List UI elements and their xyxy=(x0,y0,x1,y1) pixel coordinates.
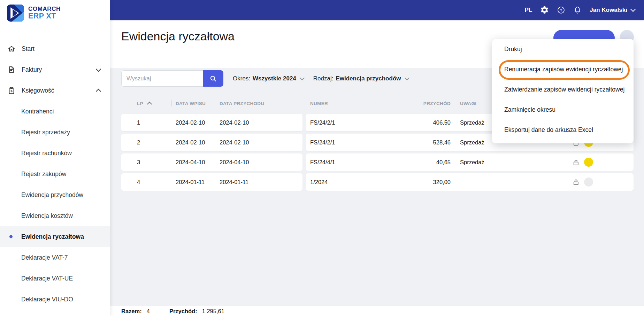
sidebar-item-ewidencja-ryczaltowa[interactable]: Ewidencja ryczałtowa xyxy=(0,226,110,247)
sidebar-item-kontrahenci[interactable]: Kontrahenci xyxy=(0,101,110,122)
sidebar-item-ewidencja-przychodow[interactable]: Ewidencja przychodów xyxy=(0,184,110,205)
sidebar-item-label: Faktury xyxy=(22,66,42,73)
menu-item-renumeracja[interactable]: Renumeracja zapisów ewidencji ryczałtowe… xyxy=(492,59,634,79)
sidebar-item-deklaracje-vatue[interactable]: Deklaracje VAT-UE xyxy=(0,268,110,289)
sidebar-item-label: Ewidencja ryczałtowa xyxy=(21,233,84,240)
sidebar-item-faktury[interactable]: Faktury xyxy=(0,59,110,80)
total-count-label: Razem: xyxy=(121,308,142,315)
cell-data-wpisu: 2024-04-10 xyxy=(171,159,215,166)
sidebar-item-label: Deklaracje VIU-DO xyxy=(21,296,73,303)
total-income-value: 1 295,61 xyxy=(202,308,224,315)
brand-line1: COMARCH xyxy=(28,6,61,13)
cell-data-wpisu: 2024-02-10 xyxy=(171,139,215,146)
sidebar-item-label: Deklaracje VAT-7 xyxy=(21,254,68,261)
search-button[interactable] xyxy=(203,70,223,87)
home-icon xyxy=(7,45,17,53)
cell-lp: 4 xyxy=(121,179,171,185)
app-logo[interactable]: COMARCH ERP XT xyxy=(0,0,110,22)
cell-numer: 1/2024 xyxy=(306,179,376,185)
chevron-down-icon xyxy=(404,76,409,80)
menu-item-zamkniecie-okresu[interactable]: Zamknięcie okresu xyxy=(492,100,634,120)
sidebar-item-deklaracje-vat7[interactable]: Deklaracje VAT-7 xyxy=(0,247,110,268)
cell-numer: FS/24/4/1 xyxy=(306,159,376,166)
help-button[interactable]: ? xyxy=(557,6,565,14)
period-filter-value: Wszystkie 2024 xyxy=(253,75,296,82)
brand-line2: ERP XT xyxy=(28,12,61,21)
unlock-icon[interactable] xyxy=(573,179,580,185)
cell-data-przychodu: 2024-02-10 xyxy=(215,139,302,146)
chevron-up-icon xyxy=(96,88,101,94)
cell-przychod: 320,00 xyxy=(376,179,455,185)
type-filter-label: Rodzaj: xyxy=(313,75,334,82)
accounting-icon: $ xyxy=(7,86,17,95)
column-header-przychod[interactable]: PRZYCHÓD xyxy=(376,97,455,109)
svg-text:$: $ xyxy=(10,89,13,93)
cell-uwagi: Sprzedaż xyxy=(455,159,507,166)
column-header-data-wpisu[interactable]: DATA WPISU xyxy=(171,97,215,109)
sidebar-item-label: Księgowość xyxy=(22,87,54,94)
cell-data-przychodu: 2024-01-11 xyxy=(215,179,302,185)
sidebar-nav: Start Faktury $ Księgowość Kontrahenci R… xyxy=(0,38,110,310)
cell-lp: 3 xyxy=(121,159,171,166)
menu-item-eksportuj-excel[interactable]: Eksportuj dane do arkusza Excel xyxy=(492,120,634,140)
comarch-logo-icon xyxy=(7,5,24,22)
sidebar-item-rejestr-sprzedazy[interactable]: Rejestr sprzedaży xyxy=(0,122,110,143)
settings-button[interactable] xyxy=(540,6,549,14)
notifications-button[interactable] xyxy=(573,6,582,14)
help-icon: ? xyxy=(557,6,565,14)
table-row[interactable]: 4 2024-01-11 2024-01-11 1/2024 320,00 xyxy=(121,173,634,191)
sidebar-item-ksiegowosc[interactable]: $ Księgowość xyxy=(0,80,110,101)
total-count-value: 4 xyxy=(147,308,150,315)
column-header-lp[interactable]: LP xyxy=(121,97,171,109)
user-menu[interactable]: Jan Kowalski xyxy=(590,7,635,14)
unlock-icon[interactable] xyxy=(573,159,580,166)
sidebar-item-start[interactable]: Start xyxy=(0,38,110,59)
sidebar-item-rejestr-rachunkow[interactable]: Rejestr rachunków xyxy=(0,143,110,164)
cell-numer: FS/24/2/1 xyxy=(306,119,376,126)
sidebar-item-label: Rejestr rachunków xyxy=(21,150,72,157)
gear-icon xyxy=(540,6,549,14)
search-box xyxy=(121,70,223,87)
cell-przychod: 40,65 xyxy=(376,159,455,166)
cell-przychod: 528,46 xyxy=(376,139,455,146)
cell-data-wpisu: 2024-01-11 xyxy=(171,179,215,185)
sort-ascending-icon xyxy=(147,102,152,106)
sidebar-item-label: Rejestr zakupów xyxy=(21,171,66,178)
sidebar-item-label: Ewidencja przychodów xyxy=(21,191,83,199)
language-switcher[interactable]: PL xyxy=(525,7,532,14)
sidebar-item-ewidencja-kosztow[interactable]: Ewidencja kosztów xyxy=(0,205,110,226)
sidebar-item-label: Kontrahenci xyxy=(21,108,54,115)
cell-data-przychodu: 2024-02-10 xyxy=(215,119,302,126)
page-title: Ewidencja ryczałtowa xyxy=(121,30,235,43)
sidebar-item-label: Rejestr sprzedaży xyxy=(21,129,70,136)
summary-footer: Razem: 4 Przychód: 1 295,61 xyxy=(110,306,644,316)
status-dot xyxy=(584,177,593,187)
type-filter[interactable]: Rodzaj: Ewidencja przychodów xyxy=(313,75,409,82)
active-item-dot-icon xyxy=(9,235,13,238)
period-filter-label: Okres: xyxy=(233,75,250,82)
invoice-icon xyxy=(7,65,17,74)
period-filter[interactable]: Okres: Wszystkie 2024 xyxy=(233,75,304,82)
sidebar-item-label: Ewidencja kosztów xyxy=(21,212,73,220)
search-input[interactable] xyxy=(121,70,203,87)
status-dot xyxy=(584,158,593,167)
cell-przychod: 406,50 xyxy=(376,119,455,126)
chevron-down-icon xyxy=(300,76,305,80)
column-header-numer[interactable]: NUMER xyxy=(306,97,376,109)
cell-numer: FS/24/2/1 xyxy=(306,139,376,146)
sidebar: COMARCH ERP XT Start Faktury $ Księgowoś… xyxy=(0,0,110,316)
sidebar-item-deklaracje-viudo[interactable]: Deklaracje VIU-DO xyxy=(0,289,110,310)
cell-lp: 2 xyxy=(121,139,171,146)
svg-text:?: ? xyxy=(560,8,562,12)
sidebar-item-label: Deklaracje VAT-UE xyxy=(21,275,73,282)
column-header-data-przychodu[interactable]: DATA PRZYCHODU xyxy=(215,97,306,109)
context-menu: Drukuj Renumeracja zapisów ewidencji ryc… xyxy=(492,39,634,143)
table-row[interactable]: 3 2024-04-10 2024-04-10 FS/24/4/1 40,65 … xyxy=(121,153,634,171)
cell-lp: 1 xyxy=(121,119,171,126)
cell-data-wpisu: 2024-02-10 xyxy=(171,119,215,126)
menu-item-zatwierdzanie[interactable]: Zatwierdzanie zapisów ewidencji ryczałto… xyxy=(492,79,634,100)
brand-text: COMARCH ERP XT xyxy=(28,6,61,21)
sidebar-item-rejestr-zakupow[interactable]: Rejestr zakupów xyxy=(0,164,110,184)
menu-item-drukuj[interactable]: Drukuj xyxy=(492,39,634,59)
bell-icon xyxy=(573,6,582,14)
